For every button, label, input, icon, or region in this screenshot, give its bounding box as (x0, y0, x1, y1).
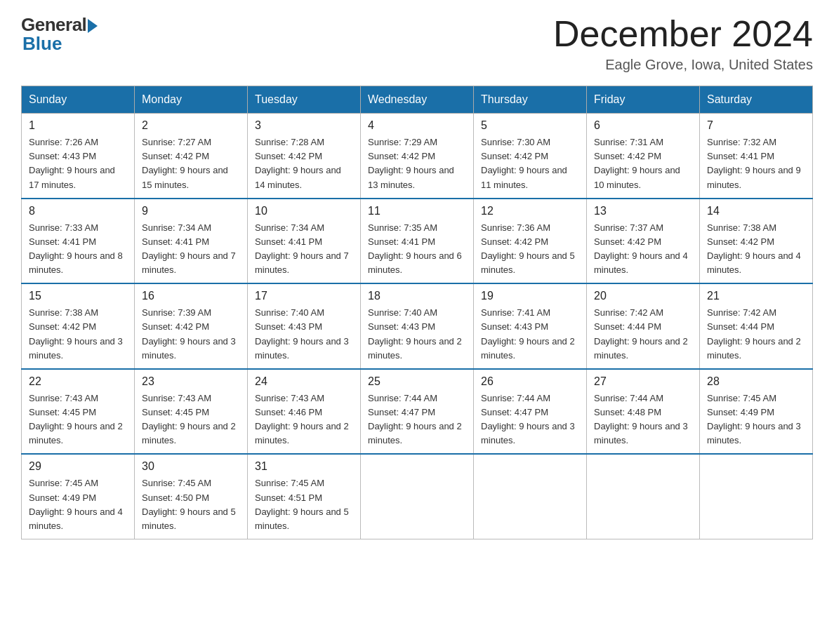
day-number: 17 (255, 290, 353, 302)
day-info: Sunrise: 7:45 AM Sunset: 4:50 PM Dayligh… (142, 476, 240, 533)
day-number: 27 (594, 375, 692, 388)
calendar-cell: 7 Sunrise: 7:32 AM Sunset: 4:41 PM Dayli… (700, 114, 813, 199)
day-number: 3 (255, 119, 353, 132)
calendar-cell: 26 Sunrise: 7:44 AM Sunset: 4:47 PM Dayl… (474, 369, 587, 455)
day-info: Sunrise: 7:33 AM Sunset: 4:41 PM Dayligh… (29, 221, 127, 278)
day-info: Sunrise: 7:26 AM Sunset: 4:43 PM Dayligh… (29, 135, 127, 192)
day-info: Sunrise: 7:40 AM Sunset: 4:43 PM Dayligh… (368, 306, 466, 363)
day-info: Sunrise: 7:45 AM Sunset: 4:49 PM Dayligh… (29, 476, 127, 533)
day-info: Sunrise: 7:42 AM Sunset: 4:44 PM Dayligh… (707, 306, 805, 363)
day-number: 31 (255, 460, 353, 473)
calendar-cell: 11 Sunrise: 7:35 AM Sunset: 4:41 PM Dayl… (361, 199, 474, 284)
calendar-cell: 18 Sunrise: 7:40 AM Sunset: 4:43 PM Dayl… (361, 283, 474, 369)
day-number: 12 (481, 205, 579, 217)
day-info: Sunrise: 7:43 AM Sunset: 4:45 PM Dayligh… (29, 391, 127, 448)
day-number: 4 (368, 119, 466, 132)
day-header-sunday: Sunday (22, 86, 135, 114)
calendar-week-row: 22 Sunrise: 7:43 AM Sunset: 4:45 PM Dayl… (22, 369, 813, 455)
calendar-cell (700, 454, 813, 539)
calendar-cell: 14 Sunrise: 7:38 AM Sunset: 4:42 PM Dayl… (700, 199, 813, 284)
day-number: 16 (142, 290, 240, 302)
logo-blue-text: Blue (22, 33, 62, 55)
calendar-cell (361, 454, 474, 539)
day-header-thursday: Thursday (474, 86, 587, 114)
day-info: Sunrise: 7:39 AM Sunset: 4:42 PM Dayligh… (142, 306, 240, 363)
day-number: 10 (255, 205, 353, 217)
calendar-cell: 16 Sunrise: 7:39 AM Sunset: 4:42 PM Dayl… (135, 283, 248, 369)
day-number: 23 (142, 375, 240, 388)
day-info: Sunrise: 7:44 AM Sunset: 4:48 PM Dayligh… (594, 391, 692, 448)
calendar-cell: 15 Sunrise: 7:38 AM Sunset: 4:42 PM Dayl… (22, 283, 135, 369)
day-header-saturday: Saturday (700, 86, 813, 114)
day-number: 9 (142, 205, 240, 217)
logo: General Blue (21, 14, 98, 55)
calendar-cell: 25 Sunrise: 7:44 AM Sunset: 4:47 PM Dayl… (361, 369, 474, 455)
day-info: Sunrise: 7:30 AM Sunset: 4:42 PM Dayligh… (481, 135, 579, 192)
day-info: Sunrise: 7:37 AM Sunset: 4:42 PM Dayligh… (594, 221, 692, 278)
calendar-cell: 17 Sunrise: 7:40 AM Sunset: 4:43 PM Dayl… (248, 283, 361, 369)
day-info: Sunrise: 7:44 AM Sunset: 4:47 PM Dayligh… (481, 391, 579, 448)
day-number: 21 (707, 290, 805, 302)
day-header-friday: Friday (587, 86, 700, 114)
calendar-week-row: 1 Sunrise: 7:26 AM Sunset: 4:43 PM Dayli… (22, 114, 813, 199)
calendar-week-row: 29 Sunrise: 7:45 AM Sunset: 4:49 PM Dayl… (22, 454, 813, 539)
day-info: Sunrise: 7:34 AM Sunset: 4:41 PM Dayligh… (142, 221, 240, 278)
day-info: Sunrise: 7:28 AM Sunset: 4:42 PM Dayligh… (255, 135, 353, 192)
calendar-cell: 2 Sunrise: 7:27 AM Sunset: 4:42 PM Dayli… (135, 114, 248, 199)
day-info: Sunrise: 7:29 AM Sunset: 4:42 PM Dayligh… (368, 135, 466, 192)
calendar-cell: 29 Sunrise: 7:45 AM Sunset: 4:49 PM Dayl… (22, 454, 135, 539)
calendar-cell: 30 Sunrise: 7:45 AM Sunset: 4:50 PM Dayl… (135, 454, 248, 539)
day-info: Sunrise: 7:42 AM Sunset: 4:44 PM Dayligh… (594, 306, 692, 363)
calendar-table: SundayMondayTuesdayWednesdayThursdayFrid… (21, 86, 813, 539)
day-number: 13 (594, 205, 692, 217)
day-info: Sunrise: 7:34 AM Sunset: 4:41 PM Dayligh… (255, 221, 353, 278)
calendar-cell: 3 Sunrise: 7:28 AM Sunset: 4:42 PM Dayli… (248, 114, 361, 199)
location-title: Eagle Grove, Iowa, United States (553, 57, 813, 73)
day-number: 28 (707, 375, 805, 388)
calendar-cell: 27 Sunrise: 7:44 AM Sunset: 4:48 PM Dayl… (587, 369, 700, 455)
calendar-cell: 20 Sunrise: 7:42 AM Sunset: 4:44 PM Dayl… (587, 283, 700, 369)
day-info: Sunrise: 7:45 AM Sunset: 4:51 PM Dayligh… (255, 476, 353, 533)
day-info: Sunrise: 7:38 AM Sunset: 4:42 PM Dayligh… (707, 221, 805, 278)
day-number: 7 (707, 119, 805, 132)
day-number: 5 (481, 119, 579, 132)
day-info: Sunrise: 7:38 AM Sunset: 4:42 PM Dayligh… (29, 306, 127, 363)
day-header-tuesday: Tuesday (248, 86, 361, 114)
day-info: Sunrise: 7:40 AM Sunset: 4:43 PM Dayligh… (255, 306, 353, 363)
day-number: 18 (368, 290, 466, 302)
title-area: December 2024 Eagle Grove, Iowa, United … (553, 14, 813, 73)
day-info: Sunrise: 7:45 AM Sunset: 4:49 PM Dayligh… (707, 391, 805, 448)
day-number: 25 (368, 375, 466, 388)
calendar-cell: 21 Sunrise: 7:42 AM Sunset: 4:44 PM Dayl… (700, 283, 813, 369)
calendar-cell: 12 Sunrise: 7:36 AM Sunset: 4:42 PM Dayl… (474, 199, 587, 284)
day-number: 30 (142, 460, 240, 473)
day-number: 19 (481, 290, 579, 302)
day-info: Sunrise: 7:35 AM Sunset: 4:41 PM Dayligh… (368, 221, 466, 278)
calendar-week-row: 8 Sunrise: 7:33 AM Sunset: 4:41 PM Dayli… (22, 199, 813, 284)
calendar-cell: 19 Sunrise: 7:41 AM Sunset: 4:43 PM Dayl… (474, 283, 587, 369)
day-number: 24 (255, 375, 353, 388)
calendar-cell: 4 Sunrise: 7:29 AM Sunset: 4:42 PM Dayli… (361, 114, 474, 199)
day-number: 2 (142, 119, 240, 132)
day-number: 6 (594, 119, 692, 132)
day-number: 1 (29, 119, 127, 132)
month-title: December 2024 (553, 14, 813, 54)
day-info: Sunrise: 7:43 AM Sunset: 4:46 PM Dayligh… (255, 391, 353, 448)
calendar-cell: 9 Sunrise: 7:34 AM Sunset: 4:41 PM Dayli… (135, 199, 248, 284)
day-info: Sunrise: 7:31 AM Sunset: 4:42 PM Dayligh… (594, 135, 692, 192)
day-number: 14 (707, 205, 805, 217)
day-number: 22 (29, 375, 127, 388)
calendar-cell: 6 Sunrise: 7:31 AM Sunset: 4:42 PM Dayli… (587, 114, 700, 199)
day-number: 8 (29, 205, 127, 217)
day-number: 20 (594, 290, 692, 302)
day-number: 26 (481, 375, 579, 388)
calendar-cell: 22 Sunrise: 7:43 AM Sunset: 4:45 PM Dayl… (22, 369, 135, 455)
day-info: Sunrise: 7:27 AM Sunset: 4:42 PM Dayligh… (142, 135, 240, 192)
day-info: Sunrise: 7:43 AM Sunset: 4:45 PM Dayligh… (142, 391, 240, 448)
day-number: 15 (29, 290, 127, 302)
calendar-cell: 8 Sunrise: 7:33 AM Sunset: 4:41 PM Dayli… (22, 199, 135, 284)
calendar-cell: 13 Sunrise: 7:37 AM Sunset: 4:42 PM Dayl… (587, 199, 700, 284)
calendar-cell: 10 Sunrise: 7:34 AM Sunset: 4:41 PM Dayl… (248, 199, 361, 284)
calendar-cell: 24 Sunrise: 7:43 AM Sunset: 4:46 PM Dayl… (248, 369, 361, 455)
day-header-wednesday: Wednesday (361, 86, 474, 114)
